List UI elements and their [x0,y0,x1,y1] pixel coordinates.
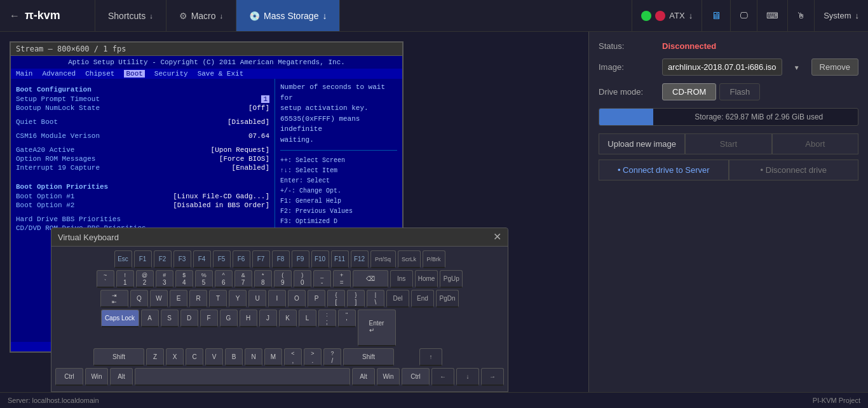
key-tab[interactable]: ⇥⇤ [100,290,128,308]
key-6[interactable]: ^6 [215,270,233,288]
key-f5[interactable]: F5 [213,250,231,268]
key-f1[interactable]: F1 [134,250,152,268]
key-shift-right[interactable]: Shift [343,348,394,366]
flash-mode-button[interactable]: Flash [719,83,760,100]
key-9[interactable]: (9 [274,270,292,288]
upload-image-button[interactable]: Upload new image [599,133,685,154]
key-pgup[interactable]: PgUp [440,270,463,288]
key-arrow-down[interactable]: ↓ [456,368,479,386]
key-f4[interactable]: F4 [193,250,211,268]
key-backtick[interactable]: ~` [97,270,114,288]
key-f11[interactable]: F11 [331,250,349,268]
key-alt-left[interactable]: Alt [110,368,133,386]
key-a[interactable]: A [141,309,159,327]
nav-mass-storage[interactable]: 💿 Mass Storage ↓ [236,0,340,31]
nav-system[interactable]: System ↓ [814,0,868,31]
key-win-left[interactable]: Win [85,368,108,386]
ms-image-select[interactable]: archlinux-2018.07.01-i686.iso [662,58,782,76]
key-enter[interactable]: Enter↵ [358,309,396,346]
key-equals[interactable]: += [333,270,351,288]
key-f12[interactable]: F12 [351,250,369,268]
key-1[interactable]: !1 [116,270,134,288]
key-z[interactable]: Z [146,348,164,366]
key-f10[interactable]: F10 [311,250,329,268]
key-slash[interactable]: ?/ [323,348,341,366]
key-h[interactable]: H [240,309,257,327]
key-w[interactable]: W [150,290,168,308]
key-arrow-up[interactable]: ↑ [419,348,442,366]
key-j[interactable]: J [259,309,277,327]
key-f7[interactable]: F7 [252,250,270,268]
bios-menu-boot[interactable]: Boot [124,70,144,78]
key-l[interactable]: L [299,309,316,327]
key-d[interactable]: D [180,309,198,327]
key-f6[interactable]: F6 [233,250,250,268]
back-button[interactable]: ← [10,10,20,22]
key-t[interactable]: T [209,290,227,308]
ms-remove-button[interactable]: Remove [811,58,858,76]
connect-drive-button[interactable]: • Connect drive to Server [599,160,729,180]
key-f[interactable]: F [200,309,218,327]
key-backspace[interactable]: ⌫ [353,270,388,288]
key-space[interactable] [135,368,350,386]
key-comma[interactable]: <, [284,348,302,366]
key-e[interactable]: E [170,290,187,308]
key-shift-left[interactable]: Shift [93,348,144,366]
nav-mouse[interactable]: 🖱 [787,0,814,31]
key-x[interactable]: X [166,348,184,366]
key-backslash[interactable]: |\ [367,290,384,308]
key-7[interactable]: &7 [234,270,252,288]
key-m[interactable]: M [264,348,282,366]
start-button[interactable]: Start [685,133,771,154]
key-ins[interactable]: Ins [390,270,413,288]
key-f9[interactable]: F9 [292,250,309,268]
key-ctrl-right[interactable]: Ctrl [402,368,430,386]
key-5[interactable]: %5 [195,270,213,288]
key-lbracket[interactable]: {[ [327,290,345,308]
nav-keyboard[interactable]: ⌨ [757,0,787,31]
vkbd-close-button[interactable]: ✕ [493,232,501,242]
nav-macro[interactable]: ⚙ Macro ↓ [166,0,236,31]
bios-menu-save[interactable]: Save & Exit [198,70,244,78]
key-p[interactable]: P [308,290,325,308]
key-2[interactable]: @2 [136,270,154,288]
bios-menu-main[interactable]: Main [16,70,32,78]
project-link[interactable]: PI-KVM Project [813,397,860,404]
key-v[interactable]: V [205,348,223,366]
nav-shortcuts[interactable]: Shortcuts ↓ [95,0,166,31]
bios-menu-chipset[interactable]: Chipset [85,70,114,78]
key-u[interactable]: U [248,290,266,308]
key-y[interactable]: Y [229,290,247,308]
key-ctrl-left[interactable]: Ctrl [55,368,83,386]
key-semicolon[interactable]: :; [318,309,336,327]
key-k[interactable]: K [279,309,297,327]
key-f8[interactable]: F8 [272,250,290,268]
key-home[interactable]: Home [415,270,438,288]
key-end[interactable]: End [411,290,434,308]
key-n[interactable]: N [245,348,262,366]
key-pgdn[interactable]: PgDn [436,290,459,308]
bios-menu-advanced[interactable]: Advanced [42,70,76,78]
key-g[interactable]: G [220,309,238,327]
key-alt-right[interactable]: Alt [352,368,375,386]
key-f3[interactable]: F3 [173,250,191,268]
ms-image-select-wrapper[interactable]: archlinux-2018.07.01-i686.iso [662,58,805,76]
key-win-right[interactable]: Win [377,368,400,386]
key-4[interactable]: $4 [175,270,193,288]
key-del[interactable]: Del [386,290,409,308]
key-i[interactable]: I [268,290,286,308]
key-o[interactable]: O [288,290,306,308]
key-3[interactable]: #3 [156,270,173,288]
key-prtsc[interactable]: Prt/Sq [370,250,396,268]
key-b[interactable]: B [225,348,243,366]
key-rbracket[interactable]: }] [347,290,365,308]
key-scrlk[interactable]: ScrLk [398,250,421,268]
key-f2[interactable]: F2 [154,250,172,268]
key-arrow-left[interactable]: ← [431,368,454,386]
key-r[interactable]: R [189,290,207,308]
key-c[interactable]: C [186,348,203,366]
key-s[interactable]: S [161,309,179,327]
key-q[interactable]: Q [130,290,148,308]
abort-button[interactable]: Abort [772,133,858,154]
key-minus[interactable]: _- [313,270,331,288]
